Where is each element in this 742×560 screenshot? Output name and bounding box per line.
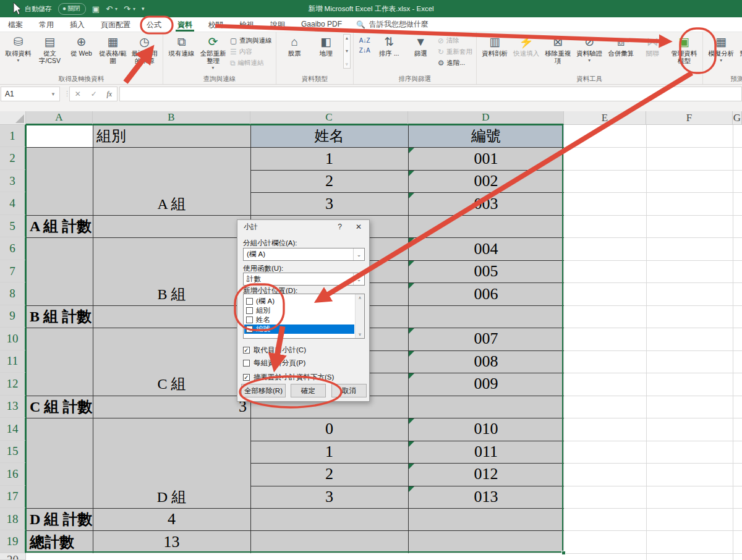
dialog-help-icon[interactable]: ? — [338, 223, 342, 231]
cell-C1[interactable]: 姓名 — [250, 125, 408, 147]
column-header-D[interactable]: D — [408, 111, 564, 125]
tab-說明[interactable]: 說明 — [262, 17, 293, 32]
redo-dropdown-icon[interactable]: ▾ — [133, 6, 135, 12]
dialog-button-取消[interactable]: 取消 — [331, 384, 367, 397]
checkbox-icon[interactable]: ✓ — [243, 347, 250, 354]
ribbon-button-現有連線[interactable]: ⧉現有連線 — [166, 34, 197, 57]
data-types-gallery-scrollbar[interactable]: ▲▼▿ — [343, 34, 351, 69]
active-cell-A1[interactable] — [26, 125, 93, 147]
cell-C3[interactable]: 2 — [250, 170, 408, 192]
ribbon-button-查詢與連線[interactable]: ▢查詢與連線 — [230, 36, 272, 45]
column-header-A[interactable]: A — [26, 111, 93, 125]
row-header-13[interactable]: 13 — [0, 396, 26, 418]
cell-D14[interactable]: 010 — [408, 418, 564, 440]
ribbon-button-資料驗證[interactable]: ⊘資料驗證▾ — [574, 34, 605, 63]
row-header-20[interactable]: 20 — [0, 553, 26, 560]
ribbon-button-取得資料[interactable]: ⛁取得資料▾ — [3, 34, 33, 63]
cell-B17[interactable]: D 組 — [93, 486, 250, 508]
cell-D2[interactable]: 001 — [408, 147, 564, 169]
tab-公式[interactable]: 公式 — [139, 17, 169, 32]
tab-檔案[interactable]: 檔案 — [0, 17, 31, 32]
field-list-item-姓名[interactable]: 姓名 — [244, 315, 354, 325]
ribbon-button-股票[interactable]: ⌂股票 — [279, 34, 310, 57]
field-list-item-組別[interactable]: 組別 — [244, 306, 354, 315]
row-header-7[interactable]: 7 — [0, 260, 26, 282]
ribbon-button-全部重新整理[interactable]: ⟳全部重新整理▾ — [198, 34, 228, 70]
chevron-down-icon[interactable]: ⌄ — [353, 248, 364, 260]
cell-B18[interactable]: 4 — [93, 508, 250, 530]
dialog-close-icon[interactable]: ✕ — [356, 223, 362, 231]
scroll-down-icon[interactable]: ∨ — [358, 332, 361, 337]
group-field-dropdown[interactable]: (欄 A) ⌄ — [243, 248, 365, 261]
ribbon-button-進階...[interactable]: ⚙進階... — [438, 59, 472, 67]
checkbox-icon[interactable] — [246, 316, 253, 323]
column-header-E[interactable]: E — [564, 111, 646, 125]
formula-input[interactable] — [119, 87, 742, 101]
ribbon-button-管理資料模型[interactable]: ▣管理資料模型 — [669, 34, 699, 65]
row-header-16[interactable]: 16 — [0, 463, 26, 485]
chevron-down-icon[interactable]: ⌄ — [353, 273, 364, 285]
tab-資料[interactable]: 資料 — [169, 17, 200, 32]
autosave-toggle[interactable]: ● 關閉 — [58, 3, 86, 15]
tab-Gaaibo PDF[interactable]: Gaaibo PDF — [293, 17, 350, 32]
tab-常用[interactable]: 常用 — [31, 17, 62, 32]
row-header-2[interactable]: 2 — [0, 147, 26, 169]
scroll-up-icon[interactable]: ∧ — [358, 295, 361, 300]
select-all-corner[interactable] — [0, 111, 26, 125]
checkbox-icon[interactable]: ✓ — [243, 374, 250, 381]
tab-插入[interactable]: 插入 — [62, 17, 93, 32]
column-header-F[interactable]: F — [646, 111, 733, 125]
cell-A5[interactable]: A 組 計數 — [26, 215, 93, 237]
tab-檢視[interactable]: 檢視 — [231, 17, 262, 32]
ribbon-button-排序 ...[interactable]: ⇅排序 ... — [374, 34, 404, 57]
cell-D11[interactable]: 008 — [408, 350, 564, 373]
cancel-icon[interactable]: ✕ — [75, 90, 81, 98]
row-header-8[interactable]: 8 — [0, 282, 26, 305]
cell-D1[interactable]: 編號 — [408, 125, 564, 147]
field-list-item-(欄 A)[interactable]: (欄 A) — [244, 297, 354, 306]
column-header-C[interactable]: C — [250, 111, 408, 125]
dialog-checkbox-每組資料分頁(P)[interactable]: 每組資料分頁(P) — [243, 358, 305, 368]
tab-頁面配置[interactable]: 頁面配置 — [93, 17, 139, 32]
cell-B8[interactable]: B 組 — [93, 282, 250, 305]
cell-A19[interactable]: 總計數 — [26, 530, 93, 553]
ribbon-button-合併彙算[interactable]: ⧈合併彙算 — [606, 34, 636, 57]
row-header-6[interactable]: 6 — [0, 237, 26, 260]
ribbon-button-從 Web[interactable]: ⊕從 Web — [66, 34, 96, 57]
cell-C2[interactable]: 1 — [250, 147, 408, 169]
row-header-15[interactable]: 15 — [0, 441, 26, 463]
row-header-9[interactable]: 9 — [0, 305, 26, 328]
column-header-B[interactable]: B — [93, 111, 250, 125]
checkbox-icon[interactable] — [246, 298, 253, 305]
cell-D8[interactable]: 006 — [408, 282, 564, 305]
ribbon-button-從表格/範圍[interactable]: ▦從表格/範圍 — [98, 34, 128, 65]
sort-descending-icon[interactable]: Z↓A — [357, 46, 372, 54]
checkbox-icon[interactable] — [246, 326, 253, 333]
name-box[interactable]: A1▼ — [1, 87, 60, 101]
cell-B1[interactable]: 組別 — [93, 125, 250, 147]
tell-me-search[interactable]: 🔍告訴我您想做什麼 — [350, 17, 435, 32]
cell-D7[interactable]: 005 — [408, 260, 564, 282]
insert-function-icon[interactable]: fx — [106, 90, 112, 99]
row-header-10[interactable]: 10 — [0, 328, 26, 350]
cell-C14[interactable]: 0 — [250, 418, 408, 440]
row-header-5[interactable]: 5 — [0, 215, 26, 237]
cell-B13[interactable]: 3 — [93, 396, 250, 418]
ribbon-button-地理[interactable]: ◧地理 — [311, 34, 341, 57]
undo-icon[interactable]: ↶ — [106, 4, 113, 14]
cell-D3[interactable]: 002 — [408, 170, 564, 192]
undo-dropdown-icon[interactable]: ▾ — [115, 6, 117, 12]
row-header-19[interactable]: 19 — [0, 530, 26, 553]
ribbon-button-模擬分析[interactable]: ▦模擬分析▾ — [706, 34, 736, 63]
row-header-12[interactable]: 12 — [0, 373, 26, 395]
row-header-1[interactable]: 1 — [0, 125, 26, 147]
dialog-checkbox-摘要置於小計資料下方(S)[interactable]: ✓摘要置於小計資料下方(S) — [243, 373, 334, 382]
cell-D17[interactable]: 013 — [408, 486, 564, 508]
cell-A9[interactable]: B 組 計數 — [26, 305, 93, 328]
cell-D12[interactable]: 009 — [408, 373, 564, 395]
cell-A13[interactable]: C 組 計數 — [26, 396, 93, 418]
sort-ascending-icon[interactable]: A↓Z — [357, 36, 372, 45]
row-header-18[interactable]: 18 — [0, 508, 26, 530]
function-dropdown[interactable]: 計數 ⌄ — [243, 273, 365, 286]
cell-C17[interactable]: 3 — [250, 486, 408, 508]
